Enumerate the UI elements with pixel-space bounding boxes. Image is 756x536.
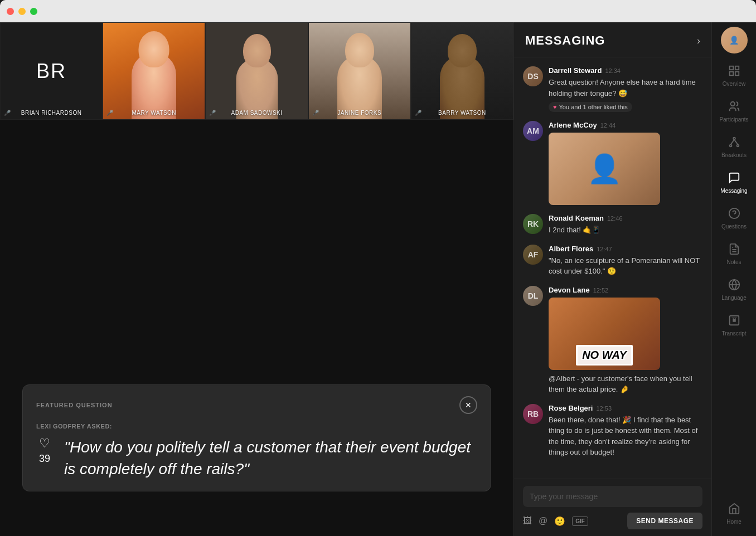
svg-line-9 bbox=[734, 139, 738, 144]
sidebar-item-questions[interactable]: Questions bbox=[712, 201, 756, 236]
sidebar-item-label: Breakouts bbox=[721, 152, 747, 158]
message-author: Ronald Koeman bbox=[549, 214, 604, 222]
avatar: DS bbox=[523, 66, 543, 86]
message-toolbar: 🖼 @ 🙂 GIF SEND MESSAGE bbox=[523, 513, 702, 529]
gif-tool-button[interactable]: GIF bbox=[572, 516, 588, 526]
participant-strip: BR 🎤 BRIAN RICHARDSON 🎤 MARY WATSON 🎤 AD… bbox=[0, 22, 513, 120]
participant-initials: BR bbox=[36, 60, 66, 83]
message-author: Albert Flores bbox=[549, 245, 593, 253]
send-message-button[interactable]: SEND MESSAGE bbox=[627, 513, 702, 529]
message-tools: 🖼 @ 🙂 GIF bbox=[523, 516, 588, 527]
message-input[interactable] bbox=[530, 492, 696, 501]
featured-question-header: FEATURED QUESTION ✕ bbox=[36, 396, 477, 414]
message-time: 12:53 bbox=[596, 405, 612, 412]
featured-label: FEATURED QUESTION bbox=[36, 402, 113, 408]
mention-tool-button[interactable]: @ bbox=[539, 516, 547, 526]
avatar: RB bbox=[523, 404, 543, 424]
sidebar-item-transcript[interactable]: Transcript bbox=[712, 308, 756, 343]
messaging-panel: MESSAGING › DS Darrell Steward 12:34 Gre… bbox=[513, 22, 711, 536]
participants-icon bbox=[728, 100, 740, 114]
question-text: "How do you politely tell a customer tha… bbox=[64, 436, 477, 480]
message-like-button[interactable]: ♥ You and 1 other liked this bbox=[549, 102, 632, 112]
messaging-title: MESSAGING bbox=[525, 33, 605, 48]
sidebar-item-label: Participants bbox=[719, 116, 748, 123]
participant-name: BRIAN RICHARDSON bbox=[1, 110, 102, 116]
close-featured-button[interactable]: ✕ bbox=[459, 396, 477, 414]
message-text: @Albert - your customer's face when you … bbox=[549, 373, 702, 395]
sidebar-item-participants[interactable]: Participants bbox=[712, 94, 756, 129]
participant-tile[interactable]: 🎤 JANINE FORKS bbox=[308, 22, 411, 120]
participant-name: JANINE FORKS bbox=[309, 110, 410, 116]
participant-name: ADAM SADOWSKI bbox=[206, 110, 307, 116]
sidebar-item-overview[interactable]: Overview bbox=[712, 58, 756, 94]
gif-image bbox=[549, 133, 660, 205]
list-item: AM Arlene McCoy 12:44 bbox=[523, 121, 702, 205]
heart-icon[interactable]: ♡ bbox=[39, 436, 50, 451]
message-time: 12:44 bbox=[600, 122, 616, 129]
sidebar-item-breakouts[interactable]: Breakouts bbox=[712, 129, 756, 165]
sidebar-item-label: Home bbox=[726, 519, 742, 525]
expand-icon[interactable]: › bbox=[697, 35, 700, 47]
sidebar-item-home[interactable]: Home bbox=[712, 496, 756, 532]
svg-line-8 bbox=[730, 139, 734, 144]
sidebar-item-language[interactable]: Language bbox=[712, 272, 756, 308]
question-vote[interactable]: ♡ 39 bbox=[36, 436, 53, 465]
breakouts-icon bbox=[728, 136, 740, 150]
heart-icon: ♥ bbox=[553, 104, 557, 110]
message-text: "No, an ice sculpture of a Pomeranian wi… bbox=[549, 255, 702, 277]
main-content: FEATURED QUESTION ✕ LEXI GODFREY ASKED: … bbox=[0, 120, 513, 536]
message-author: Devon Lane bbox=[549, 286, 590, 294]
message-time: 12:46 bbox=[607, 215, 623, 222]
app-container: BR 🎤 BRIAN RICHARDSON 🎤 MARY WATSON 🎤 AD… bbox=[0, 22, 756, 536]
home-icon bbox=[728, 503, 740, 516]
message-meta: Darrell Steward 12:34 bbox=[549, 66, 702, 75]
sidebar-item-label: Overview bbox=[723, 81, 746, 87]
overview-icon bbox=[728, 65, 740, 79]
list-item: RK Ronald Koeman 12:46 I 2nd that! 🤙📱 bbox=[523, 214, 702, 236]
minimize-button[interactable] bbox=[18, 8, 26, 15]
avatar: RK bbox=[523, 214, 543, 234]
messaging-header: MESSAGING › bbox=[514, 22, 711, 57]
close-button[interactable] bbox=[7, 8, 14, 15]
message-meta: Devon Lane 12:52 bbox=[549, 286, 702, 294]
participant-tile[interactable]: 🎤 BARRY WATSON bbox=[411, 22, 513, 120]
svg-rect-0 bbox=[729, 66, 733, 70]
message-image: NO WAY bbox=[549, 298, 660, 370]
message-text: Been there, done that! 🎉 I find that the… bbox=[549, 415, 702, 458]
participant-tile[interactable]: 🎤 MARY WATSON bbox=[103, 22, 205, 120]
participant-tile[interactable]: BR 🎤 BRIAN RICHARDSON bbox=[0, 22, 103, 120]
message-text: I 2nd that! 🤙📱 bbox=[549, 225, 702, 236]
message-input-box[interactable] bbox=[523, 486, 702, 507]
emoji-tool-button[interactable]: 🙂 bbox=[554, 516, 565, 527]
messages-list[interactable]: DS Darrell Steward 12:34 Great question!… bbox=[514, 57, 711, 479]
window-chrome bbox=[0, 0, 756, 22]
questions-icon bbox=[728, 207, 740, 221]
sidebar-item-label: Transcript bbox=[721, 330, 746, 337]
messaging-icon bbox=[728, 172, 740, 186]
participant-name: MARY WATSON bbox=[103, 110, 205, 116]
sidebar-item-label: Messaging bbox=[720, 188, 747, 194]
message-meta: Arlene McCoy 12:44 bbox=[549, 121, 702, 129]
image-tool-button[interactable]: 🖼 bbox=[523, 516, 532, 526]
gif-image: NO WAY bbox=[549, 298, 660, 370]
message-time: 12:52 bbox=[593, 287, 609, 294]
featured-question-panel: FEATURED QUESTION ✕ LEXI GODFREY ASKED: … bbox=[22, 384, 491, 491]
user-avatar[interactable]: 👤 bbox=[721, 27, 748, 53]
message-meta: Rose Belgeri 12:53 bbox=[549, 404, 702, 412]
sidebar-item-notes[interactable]: Notes bbox=[712, 236, 756, 272]
message-meta: Ronald Koeman 12:46 bbox=[549, 214, 702, 222]
message-author: Rose Belgeri bbox=[549, 404, 593, 412]
like-text: You and 1 other liked this bbox=[559, 104, 628, 110]
svg-rect-3 bbox=[735, 72, 738, 75]
maximize-button[interactable] bbox=[30, 8, 37, 15]
message-meta: Albert Flores 12:47 bbox=[549, 245, 702, 253]
svg-rect-2 bbox=[729, 72, 733, 75]
message-body: Arlene McCoy 12:44 bbox=[549, 121, 702, 205]
list-item: DS Darrell Steward 12:34 Great question!… bbox=[523, 66, 702, 112]
sidebar-item-messaging[interactable]: Messaging bbox=[712, 165, 756, 201]
message-author: Darrell Steward bbox=[549, 66, 602, 75]
notes-icon bbox=[728, 243, 740, 257]
right-nav: 👤 Overview Participants bbox=[711, 22, 756, 536]
message-body: Albert Flores 12:47 "No, an ice sculptur… bbox=[549, 245, 702, 277]
participant-tile[interactable]: 🎤 ADAM SADOWSKI bbox=[205, 22, 308, 120]
